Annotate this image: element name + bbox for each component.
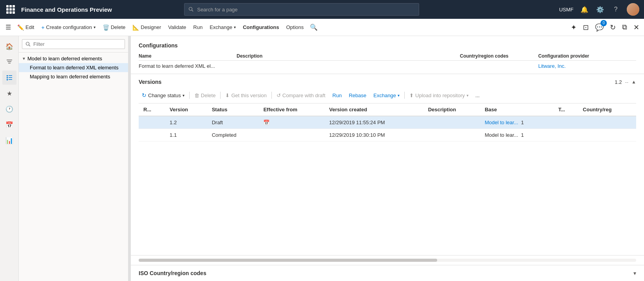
table-row[interactable]: 1.2 Draft 📅 12/29/2019 11:55:24 PM Model… (139, 116, 636, 129)
versions-controls: 1.2 -- ▲ (615, 79, 636, 85)
filter-icon-button[interactable] (2, 55, 16, 69)
versions-exchange-button[interactable]: Exchange ▾ (370, 91, 403, 100)
avatar[interactable] (627, 3, 639, 16)
iso-section[interactable]: ISO Country/region codes ▾ (131, 265, 644, 281)
cell-effective-1: 📅 (259, 116, 324, 129)
cell-desc-2 (423, 129, 480, 141)
scroll-track[interactable] (139, 259, 636, 262)
search-toolbar-button[interactable]: 🔍 (308, 22, 320, 33)
create-config-chevron-icon: ▾ (94, 25, 96, 29)
base-link-1[interactable]: Model to lear... (485, 120, 518, 125)
grid-icon (6, 5, 15, 14)
refresh-button[interactable]: ↻ (608, 22, 617, 33)
compare-draft-icon: ↺ (277, 92, 281, 98)
change-status-button[interactable]: ↻ Change status ▾ (139, 91, 188, 100)
hamburger-button[interactable]: ☰ (3, 22, 13, 33)
vtb-separator-1 (189, 92, 190, 99)
col-version-created: Version created (324, 103, 423, 116)
upload-repository-button[interactable]: ⬆ Upload into repository ▾ (406, 91, 471, 100)
settings-gear-icon[interactable]: ⚙️ (595, 5, 605, 14)
run-button[interactable]: Run (190, 23, 206, 32)
search-toolbar-icon: 🔍 (310, 24, 318, 31)
calendar-icon-button[interactable]: 📅 (2, 118, 16, 132)
cell-r-1 (139, 116, 165, 129)
star-sidebar-icon-button[interactable]: ★ (2, 86, 16, 100)
tree-selected-item[interactable]: Format to learn deferred XML elements (19, 63, 128, 72)
versions-toolbar: ↻ Change status ▾ 🗑 Delete ⬇ Get this ve… (139, 89, 636, 103)
compare-draft-button[interactable]: ↺ Compare with draft (273, 91, 329, 100)
versions-run-button[interactable]: Run (329, 91, 345, 100)
search-placeholder: Search for a page (197, 7, 237, 13)
search-bar[interactable]: Search for a page (184, 3, 419, 16)
cell-t-1 (554, 116, 578, 129)
graph-icon-button[interactable]: 📊 (2, 133, 16, 147)
chat-badge: 0 (601, 20, 607, 26)
validate-button[interactable]: Validate (165, 23, 189, 32)
more-options-button[interactable]: ... (472, 91, 483, 100)
calendar-cell-icon[interactable]: 📅 (263, 120, 270, 125)
delete-icon: 🗑️ (103, 24, 109, 31)
version-number: 1.2 (615, 79, 622, 85)
hamburger-menu-button[interactable] (5, 4, 16, 15)
right-panel: Configurations Name Description Country/… (131, 36, 644, 281)
cell-base-1: Model to lear... 1 (480, 116, 554, 129)
svg-rect-9 (7, 79, 8, 80)
country-field-value (460, 61, 538, 69)
plus-icon: + (41, 24, 44, 31)
tree-root-item[interactable]: ▼ Model to learn deferred elements (19, 54, 128, 63)
cell-version-2: 1.1 (165, 129, 207, 141)
vtb-separator-3 (271, 92, 272, 99)
upload-chevron-icon: ▾ (467, 93, 469, 98)
delete-button[interactable]: 🗑️ Delete (99, 23, 129, 32)
create-configuration-button[interactable]: + Create configuration ▾ (38, 23, 98, 32)
change-status-icon: ↻ (142, 92, 147, 98)
col-r: R... (139, 103, 165, 116)
col-version: Version (165, 103, 207, 116)
view-button[interactable]: ⊡ (581, 22, 590, 33)
toolbar-right: ✦ ⊡ 💬 0 ↻ ⧉ ✕ (569, 22, 641, 33)
tree-child-item[interactable]: Mapping to learn deferred elements (19, 72, 128, 81)
configurations-button[interactable]: Configurations (240, 23, 282, 32)
col-description: Description (423, 103, 480, 116)
designer-icon: 📐 (132, 24, 139, 31)
col-effective-from: Effective from (259, 103, 324, 116)
versions-delete-icon: 🗑 (194, 92, 199, 98)
base-num-1: 1 (521, 120, 524, 125)
filter-icon (6, 58, 13, 65)
provider-field-header: Configuration provider (538, 53, 636, 61)
cell-created-1: 12/29/2019 11:55:24 PM (324, 116, 423, 129)
clock-icon-button[interactable]: 🕐 (2, 102, 16, 116)
scroll-thumb[interactable] (139, 259, 437, 262)
get-version-button[interactable]: ⬇ Get this version (222, 91, 270, 100)
help-question-icon[interactable]: ? (611, 5, 620, 14)
rebase-button[interactable]: Rebase (346, 91, 369, 100)
top-nav: Finance and Operations Preview Search fo… (0, 0, 644, 19)
icon-sidebar: 🏠 ★ 🕐 📅 📊 (0, 36, 19, 281)
list-icon-button[interactable] (2, 71, 16, 85)
tree-child-label: Mapping to learn deferred elements (30, 74, 125, 80)
cell-country-2 (578, 129, 636, 141)
versions-collapse-icon[interactable]: ▲ (631, 79, 636, 85)
restore-button[interactable]: ⧉ (620, 22, 629, 33)
col-base: Base (480, 103, 554, 116)
designer-button[interactable]: 📐 Designer (129, 23, 164, 32)
description-field-value (237, 61, 460, 69)
versions-delete-button[interactable]: 🗑 Delete (191, 91, 219, 100)
top-nav-right: USMF 🔔 ⚙️ ? (559, 3, 639, 16)
filter-input[interactable] (22, 39, 125, 49)
versions-section: Versions 1.2 -- ▲ ↻ Change status ▾ 🗑 De… (131, 74, 644, 255)
home-icon-button[interactable]: 🏠 (2, 39, 16, 53)
close-button[interactable]: ✕ (632, 22, 641, 33)
table-row[interactable]: 1.1 Completed 12/29/2019 10:30:10 PM Mod… (139, 129, 636, 141)
edit-button[interactable]: ✏️ Edit (14, 23, 37, 32)
options-button[interactable]: Options (283, 23, 307, 32)
cell-version-1: 1.2 (165, 116, 207, 129)
filter-area (19, 36, 128, 53)
cell-country-1 (578, 116, 636, 129)
provider-field-value[interactable]: Litware, Inc. (538, 61, 636, 69)
star-button[interactable]: ✦ (569, 22, 578, 33)
iso-title: ISO Country/region codes (139, 270, 206, 276)
notification-bell-icon[interactable]: 🔔 (580, 5, 589, 14)
tree-container: ▼ Model to learn deferred elements Forma… (19, 53, 128, 281)
exchange-button[interactable]: Exchange ▾ (206, 23, 239, 32)
